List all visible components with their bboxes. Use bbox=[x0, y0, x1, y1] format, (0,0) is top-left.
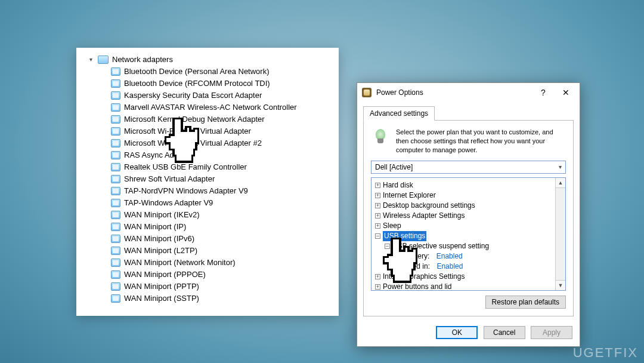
tree-item-label: WAN Miniport (L2TP) bbox=[124, 245, 197, 256]
tree-item[interactable]: TAP-NordVPN Windows Adapter V9 bbox=[111, 186, 328, 196]
help-button[interactable]: ? bbox=[534, 88, 552, 97]
watermark: UGETFIX bbox=[573, 345, 638, 361]
scroll-up-icon[interactable]: ▲ bbox=[556, 178, 565, 188]
tree-item-label: WAN Miniport (PPPOE) bbox=[124, 269, 206, 280]
scroll-down-icon[interactable]: ▼ bbox=[556, 280, 565, 290]
network-adapter-icon bbox=[111, 127, 120, 136]
network-adapter-icon bbox=[111, 223, 120, 231]
restore-defaults-button[interactable]: Restore plan defaults bbox=[485, 296, 566, 309]
tree-item-ie[interactable]: Internet Explorer bbox=[383, 190, 436, 201]
tab-advanced-settings[interactable]: Advanced settings bbox=[363, 106, 435, 121]
tree-item[interactable]: WAN Miniport (PPPOE) bbox=[111, 269, 328, 280]
cursor-hand-icon bbox=[379, 236, 421, 293]
tree-item-label: WAN Miniport (IP) bbox=[124, 222, 186, 232]
network-adapter-icon bbox=[111, 282, 120, 291]
tree-item[interactable]: Bluetooth Device (Personal Area Network) bbox=[111, 66, 328, 77]
dialog-title: Power Options bbox=[376, 88, 530, 97]
tree-item-desktop-bg[interactable]: Desktop background settings bbox=[383, 201, 475, 211]
tree-item-label: TAP-Windows Adapter V9 bbox=[124, 198, 213, 208]
tree-children: Bluetooth Device (Personal Area Network)… bbox=[111, 66, 328, 304]
tree-item[interactable]: TAP-Windows Adapter V9 bbox=[111, 198, 328, 208]
expand-icon[interactable]: + bbox=[375, 183, 380, 188]
dialog-button-row: OK Cancel Apply bbox=[357, 322, 580, 346]
network-adapter-icon bbox=[111, 270, 120, 279]
tree-item[interactable]: Realtek USB GbE Family Controller bbox=[111, 162, 328, 173]
network-adapter-icon bbox=[111, 175, 120, 183]
tree-item[interactable]: Marvell AVASTAR Wireless-AC Network Cont… bbox=[111, 102, 328, 113]
expand-icon[interactable]: + bbox=[375, 213, 380, 219]
network-adapter-icon bbox=[111, 247, 120, 255]
tree-item-label: WAN Miniport (Network Monitor) bbox=[124, 257, 236, 268]
tree-item[interactable]: Microsoft Kernel Debug Network Adapter bbox=[111, 114, 328, 125]
tree-item[interactable]: WAN Miniport (IKEv2) bbox=[111, 210, 328, 220]
tree-root-network-adapters[interactable]: ▾ Network adapters bbox=[87, 55, 328, 64]
power-plug-icon bbox=[362, 88, 371, 97]
plugged-in-value[interactable]: Enabled bbox=[436, 262, 463, 272]
tabstrip: Advanced settings bbox=[357, 102, 580, 120]
network-adapter-icon bbox=[111, 91, 120, 100]
tree-item[interactable]: WAN Miniport (L2TP) bbox=[111, 245, 328, 256]
network-adapter-icon bbox=[111, 115, 120, 124]
tree-root-label: Network adapters bbox=[112, 55, 173, 64]
network-adapter-icon bbox=[111, 67, 120, 76]
tree-item-label: WAN Miniport (SSTP) bbox=[124, 293, 199, 304]
network-adapter-icon bbox=[111, 199, 120, 207]
tree-item[interactable]: RAS Async Adapter bbox=[111, 150, 328, 161]
power-plan-selected: Dell [Active] bbox=[375, 163, 413, 171]
cursor-hand-icon bbox=[161, 116, 203, 173]
tree-item[interactable]: Microsoft Wi-Fi Direct Virtual Adapter bbox=[111, 126, 328, 137]
chevron-down-icon: ▾ bbox=[87, 56, 94, 63]
tree-item[interactable]: Microsoft Wi-Fi Direct Virtual Adapter #… bbox=[111, 138, 328, 149]
scrollbar[interactable]: ▲ ▼ bbox=[555, 178, 565, 290]
cancel-button[interactable]: Cancel bbox=[484, 326, 525, 339]
tree-item[interactable]: WAN Miniport (SSTP) bbox=[111, 293, 328, 304]
tree-item[interactable]: WAN Miniport (IPv6) bbox=[111, 233, 328, 244]
network-adapter-icon bbox=[111, 103, 120, 112]
tree-item[interactable]: Shrew Soft Virtual Adapter bbox=[111, 174, 328, 184]
network-adapter-category-icon bbox=[98, 56, 109, 64]
tree-item[interactable]: WAN Miniport (PPTP) bbox=[111, 281, 328, 292]
chevron-down-icon: ▾ bbox=[559, 164, 562, 170]
network-adapter-icon bbox=[111, 259, 120, 267]
tree-item-label: Kaspersky Security Data Escort Adapter bbox=[124, 90, 262, 101]
tree-item-label: TAP-NordVPN Windows Adapter V9 bbox=[124, 186, 248, 196]
dialog-description: Select the power plan that you want to c… bbox=[396, 128, 566, 155]
expand-icon[interactable]: + bbox=[375, 193, 380, 198]
network-adapter-icon bbox=[111, 187, 120, 195]
network-adapter-icon bbox=[111, 163, 120, 171]
tree-item[interactable]: WAN Miniport (IP) bbox=[111, 222, 328, 232]
on-battery-value[interactable]: Enabled bbox=[436, 251, 463, 262]
tree-item-sleep[interactable]: Sleep bbox=[383, 221, 401, 231]
apply-button[interactable]: Apply bbox=[531, 326, 572, 339]
lightbulb-icon bbox=[371, 128, 390, 147]
tree-item-wireless[interactable]: Wireless Adapter Settings bbox=[383, 211, 465, 221]
network-adapter-icon bbox=[111, 294, 120, 303]
tree-item-label: Marvell AVASTAR Wireless-AC Network Cont… bbox=[124, 102, 297, 113]
tree-item-label: WAN Miniport (IKEv2) bbox=[124, 210, 200, 220]
power-plan-select[interactable]: Dell [Active] ▾ bbox=[371, 161, 566, 174]
tree-item[interactable]: Bluetooth Device (RFCOMM Protocol TDI) bbox=[111, 78, 328, 89]
network-adapter-icon bbox=[111, 211, 120, 219]
device-manager-panel: ▾ Network adapters Bluetooth Device (Per… bbox=[76, 48, 339, 316]
network-adapter-icon bbox=[111, 79, 120, 88]
power-options-dialog: Power Options ? ✕ Advanced settings Sele… bbox=[357, 82, 580, 347]
network-adapter-icon bbox=[111, 139, 120, 147]
tree-item-label: Bluetooth Device (RFCOMM Protocol TDI) bbox=[124, 78, 270, 89]
tree-item-label: WAN Miniport (PPTP) bbox=[124, 281, 199, 292]
tree-item-hard-disk[interactable]: Hard disk bbox=[383, 180, 413, 190]
tree-item-label: WAN Miniport (IPv6) bbox=[124, 233, 194, 244]
tree-item[interactable]: WAN Miniport (Network Monitor) bbox=[111, 257, 328, 268]
expand-icon[interactable]: + bbox=[375, 203, 380, 208]
close-button[interactable]: ✕ bbox=[557, 88, 575, 97]
expand-icon[interactable]: + bbox=[375, 223, 380, 229]
network-adapter-icon bbox=[111, 235, 120, 243]
titlebar: Power Options ? ✕ bbox=[357, 83, 580, 102]
tree-item-label: Shrew Soft Virtual Adapter bbox=[124, 174, 215, 184]
network-adapter-icon bbox=[111, 151, 120, 159]
ok-button[interactable]: OK bbox=[436, 326, 478, 339]
tree-item-label: Bluetooth Device (Personal Area Network) bbox=[124, 66, 270, 77]
tree-item[interactable]: Kaspersky Security Data Escort Adapter bbox=[111, 90, 328, 101]
